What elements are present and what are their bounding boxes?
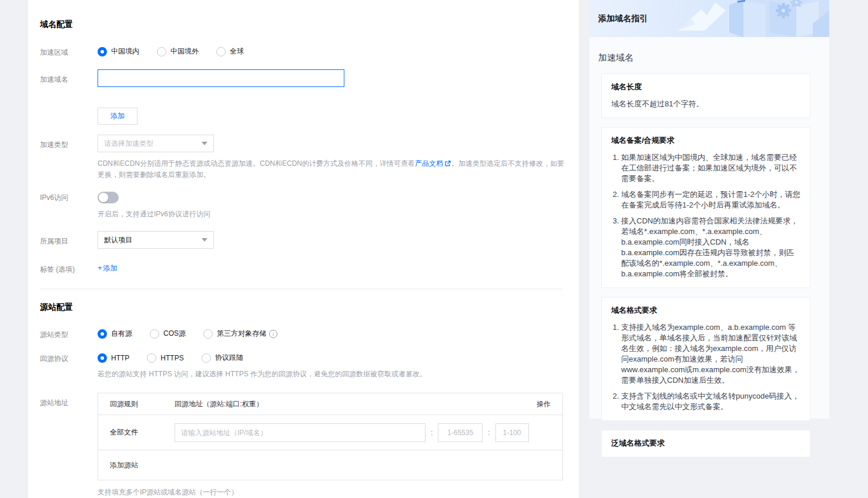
origin-type-row: 源站类型 自有源 COS源 第三方对象存储 i (40, 329, 564, 340)
radio-origin-third-party[interactable]: 第三方对象存储 i (203, 329, 277, 339)
radio-selected-icon (98, 47, 107, 56)
ipv6-row: IPv6访问 (40, 192, 564, 203)
protocol-label: 回源协议 (40, 353, 98, 364)
radio-unselected-icon (150, 329, 159, 339)
chevron-down-icon (202, 238, 207, 242)
origin-type-label: 源站类型 (40, 329, 98, 340)
page-title: 域名配置 (40, 19, 564, 30)
weight-separator: : (488, 429, 490, 437)
card-list: 支持接入域名为example.com、a.b.example.com 等形式域名… (611, 322, 800, 412)
guide-section-title: 加速域名 (598, 52, 829, 63)
origin-address-input[interactable] (175, 423, 425, 442)
port-separator: : (431, 429, 433, 437)
chevron-down-icon (202, 142, 207, 145)
radio-unselected-icon (216, 47, 226, 56)
radio-origin-cos[interactable]: COS源 (150, 329, 186, 339)
origin-address-notes: 支持填充多个IP源站或域名源站（一行一个） 支持增加配置端口（1~65535）和… (98, 487, 564, 498)
radio-unselected-icon (203, 329, 213, 339)
origin-port-input[interactable] (438, 423, 482, 442)
project-label: 所属项目 (40, 231, 98, 246)
type-description: CDN和ECDN分别适用于静态资源或动态资源加速。CDN和ECDN的计费方式及价… (98, 159, 564, 180)
guide-card-wildcard-format: 泛域名格式要求 (601, 430, 810, 457)
radio-origin-self[interactable]: 自有源 (98, 329, 132, 339)
card-title: 域名备案/合规要求 (611, 135, 800, 146)
card-list-item: 接入CDN的加速内容需符合国家相关法律法规要求，若域名*.example.com… (621, 216, 800, 279)
ipv6-label: IPv6访问 (40, 192, 98, 203)
guide-title: 添加域名指引 (598, 14, 648, 24)
add-button-row: 添加 (40, 108, 564, 125)
card-title: 域名长度 (611, 82, 800, 92)
project-select[interactable]: 默认项目 (98, 231, 214, 249)
radio-unselected-icon (147, 353, 156, 363)
table-header-row: 回源规则 回源地址（源站:端口:权重） 操作 (98, 393, 562, 415)
add-domain-button[interactable]: 添加 (98, 108, 138, 125)
origin-address-table: 回源规则 回源地址（源站:端口:权重） 操作 全部文件 : : (98, 393, 563, 480)
guide-cards: 域名长度 域名长度不超过81个字符。 域名备案/合规要求 如果加速区域为中国境内… (589, 63, 829, 457)
type-desc-row: CDN和ECDN分别适用于静态资源或动态资源加速。CDN和ECDN的计费方式及价… (40, 159, 564, 180)
region-row: 加速区域 中国境内 中国境外 全球 (40, 46, 564, 58)
add-origin-link[interactable]: 添加源站 (110, 460, 138, 470)
add-tag-link[interactable]: 添加 (98, 264, 118, 272)
ipv6-toggle[interactable] (98, 192, 119, 203)
radio-unselected-icon (157, 47, 166, 56)
origin-weight-input[interactable] (495, 423, 529, 442)
note-line: 支持填充多个IP源站或域名源站（一行一个） (98, 487, 564, 498)
ipv6-description: 开启后，支持通过IPv6协议进行访问 (98, 209, 564, 219)
guide-card-icp-compliance: 域名备案/合规要求 如果加速区域为中国境内、全球加速，域名需要已经在工信部进行过… (601, 127, 810, 288)
table-row: 全部文件 : : (98, 415, 562, 450)
column-header-action: 操作 (515, 399, 551, 409)
card-list-item: 支持接入域名为example.com、a.b.example.com 等形式域名… (621, 322, 800, 386)
card-text: 域名长度不超过81个字符。 (611, 99, 800, 109)
card-list-item: 如果加速区域为中国境内、全球加速，域名需要已经在工信部进行过备案；如果加速区域为… (621, 152, 800, 184)
domain-input[interactable] (98, 69, 344, 87)
origin-address-row: 源站地址 回源规则 回源地址（源站:端口:权重） 操作 全部文件 : : (40, 393, 564, 498)
add-domain-guide-panel: 添加域名指引 加速域名 域名长度 域名长度不超过81个字符。 域名备案/合规要求… (589, 0, 829, 419)
protocol-description: 若您的源站支持 HTTPS 访问，建议选择 HTTPS 作为您的回源协议，避免您… (98, 369, 564, 379)
radio-protocol-https[interactable]: HTTPS (147, 353, 183, 363)
region-radio-group: 中国境内 中国境外 全球 (98, 46, 564, 56)
type-label: 加速类型 (40, 135, 98, 150)
protocol-desc-row: 若您的源站支持 HTTPS 访问，建议选择 HTTPS 作为您的回源协议，避免您… (40, 369, 564, 379)
section-divider (40, 289, 563, 289)
region-label: 加速区域 (40, 46, 98, 58)
card-list-item: 支持含下划线的域名或中文域名转punycode码接入，中文域名需先以中文形式备案… (621, 391, 800, 412)
radio-region-global[interactable]: 全球 (216, 46, 244, 56)
origin-config-title: 源站配置 (40, 302, 564, 313)
radio-unselected-icon (202, 353, 211, 363)
info-icon[interactable]: i (269, 330, 277, 338)
protocol-row: 回源协议 HTTP HTTPS 协议跟随 (40, 353, 564, 364)
guide-card-domain-format: 域名格式要求 支持接入域名为example.com、a.b.example.co… (601, 297, 810, 421)
card-list-item: 域名备案同步有一定的延迟，预计需1-2个小时，请您在备案完成后等待1-2个小时后… (621, 189, 800, 210)
card-title: 泛域名格式要求 (611, 438, 800, 449)
guide-banner: 添加域名指引 (589, 0, 829, 37)
toggle-knob (99, 193, 108, 202)
external-link-icon (444, 160, 451, 170)
table-footer-row: 添加源站 (98, 450, 562, 480)
acceleration-type-select[interactable]: 请选择加速类型 (98, 135, 214, 152)
card-title: 域名格式要求 (611, 305, 800, 316)
rule-name: 全部文件 (110, 427, 175, 437)
radio-protocol-http[interactable]: HTTP (98, 353, 129, 363)
radio-selected-icon (98, 353, 107, 363)
radio-protocol-follow[interactable]: 协议跟随 (202, 353, 243, 363)
origin-address-label: 源站地址 (40, 393, 98, 408)
domain-label: 加速域名 (40, 69, 98, 85)
tag-row: 标签 (选填) 添加 (40, 263, 564, 275)
radio-region-overseas[interactable]: 中国境外 (157, 46, 199, 56)
type-row: 加速类型 请选择加速类型 (40, 135, 564, 152)
column-header-address: 回源地址（源站:端口:权重） (175, 399, 515, 409)
radio-region-mainland[interactable]: 中国境内 (98, 46, 139, 56)
radio-selected-icon (98, 329, 107, 339)
project-row: 所属项目 默认项目 (40, 231, 564, 249)
card-list: 如果加速区域为中国境内、全球加速，域名需要已经在工信部进行过备案；如果加速区域为… (611, 152, 800, 279)
tag-label: 标签 (选填) (40, 263, 98, 275)
domain-config-panel: 域名配置 加速区域 中国境内 中国境外 全球 加速域名 添 (28, 0, 579, 498)
product-doc-link[interactable]: 产品文档 (415, 159, 443, 168)
ipv6-desc-row: 开启后，支持通过IPv6协议进行访问 (40, 209, 564, 219)
guide-card-domain-length: 域名长度 域名长度不超过81个字符。 (601, 73, 810, 118)
column-header-rule: 回源规则 (110, 399, 175, 409)
domain-row: 加速域名 (40, 69, 564, 89)
